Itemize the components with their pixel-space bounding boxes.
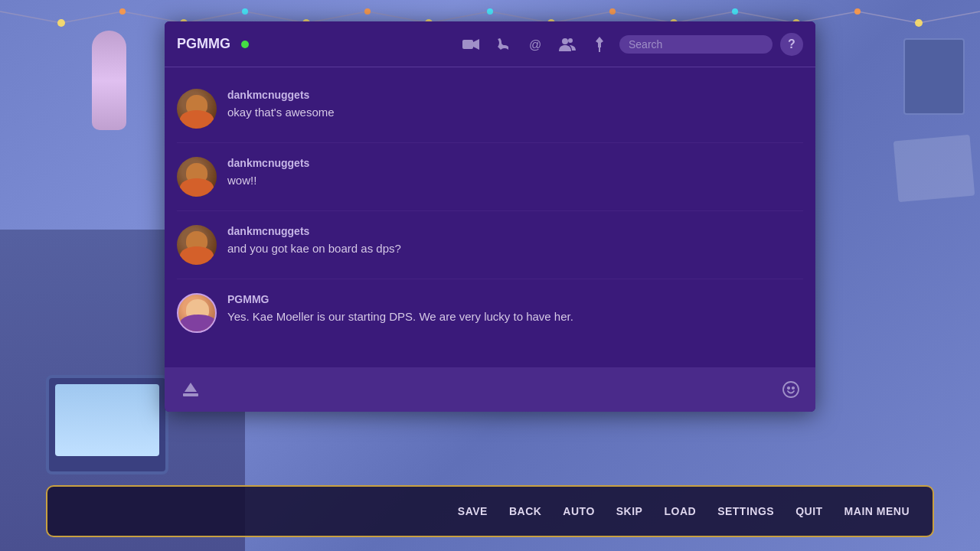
svg-point-21 <box>783 382 799 397</box>
search-input[interactable] <box>629 38 763 51</box>
pin-button[interactable] <box>587 32 612 57</box>
message-text: and you got kae on board as dps? <box>227 240 803 256</box>
svg-point-14 <box>915 19 923 27</box>
bg-poster <box>903 38 965 115</box>
bg-monitor-screen <box>55 384 159 456</box>
avatar <box>177 225 217 265</box>
save-button[interactable]: SAVE <box>458 505 488 517</box>
emoji-button[interactable] <box>779 377 803 402</box>
bottom-toolbar: SAVE BACK AUTO SKIP LOAD SETTINGS QUIT M… <box>46 485 934 537</box>
channel-name: PGMMG <box>177 36 230 52</box>
chat-header: PGMMG @ <box>165 21 815 67</box>
auto-button[interactable]: AUTO <box>563 505 594 517</box>
message-content: dankmcnuggets okay that's awesome <box>227 89 803 120</box>
upload-arrow-icon <box>185 383 197 392</box>
voice-call-button[interactable] <box>491 32 515 57</box>
upload-base-icon <box>183 393 198 396</box>
bg-lava-lamp <box>92 31 126 130</box>
settings-button[interactable]: SETTINGS <box>717 505 774 517</box>
members-button[interactable] <box>555 32 580 57</box>
messages-area[interactable]: dankmcnuggets okay that's awesome dankmc… <box>165 67 815 367</box>
bg-notes <box>893 135 975 202</box>
input-area <box>165 367 815 412</box>
avatar <box>177 293 217 333</box>
main-menu-button[interactable]: MAIN MENU <box>844 505 910 517</box>
svg-point-18 <box>562 38 568 44</box>
svg-rect-15 <box>462 40 473 49</box>
message-item: dankmcnuggets and you got kae on board a… <box>177 211 803 279</box>
svg-point-19 <box>568 38 573 43</box>
svg-point-11 <box>732 8 738 15</box>
message-input[interactable] <box>214 383 769 396</box>
help-button[interactable]: ? <box>780 33 803 56</box>
avatar <box>177 89 217 129</box>
svg-point-1 <box>119 8 126 15</box>
svg-point-7 <box>487 8 493 15</box>
online-indicator <box>241 41 249 48</box>
svg-point-13 <box>854 8 861 15</box>
svg-point-5 <box>364 8 371 15</box>
svg-marker-16 <box>473 39 479 50</box>
message-item: dankmcnuggets wow!! <box>177 143 803 211</box>
message-author: dankmcnuggets <box>227 157 803 169</box>
svg-point-22 <box>788 387 789 389</box>
message-text: Yes. Kae Moeller is our starting DPS. We… <box>227 308 803 324</box>
svg-text:@: @ <box>529 38 541 51</box>
message-text: okay that's awesome <box>227 104 803 120</box>
avatar <box>177 157 217 197</box>
bg-monitor <box>46 375 168 474</box>
back-button[interactable]: BACK <box>509 505 541 517</box>
message-content: dankmcnuggets wow!! <box>227 157 803 188</box>
load-button[interactable]: LOAD <box>664 505 696 517</box>
video-call-button[interactable] <box>459 32 483 57</box>
message-author: dankmcnuggets <box>227 89 803 101</box>
message-content: PGMMG Yes. Kae Moeller is our starting D… <box>227 293 803 324</box>
chat-window: PGMMG @ <box>165 21 815 412</box>
message-text: wow!! <box>227 172 803 188</box>
mention-button[interactable]: @ <box>523 32 547 57</box>
svg-point-3 <box>242 8 248 15</box>
skip-button[interactable]: SKIP <box>616 505 643 517</box>
svg-point-9 <box>609 8 616 15</box>
message-author: PGMMG <box>227 293 803 305</box>
upload-button[interactable] <box>177 376 204 403</box>
search-box[interactable] <box>619 35 773 54</box>
svg-point-0 <box>57 19 65 27</box>
svg-point-23 <box>792 387 794 389</box>
message-author: dankmcnuggets <box>227 225 803 237</box>
message-item: dankmcnuggets okay that's awesome <box>177 75 803 143</box>
quit-button[interactable]: QUIT <box>795 505 822 517</box>
message-content: dankmcnuggets and you got kae on board a… <box>227 225 803 256</box>
message-item: PGMMG Yes. Kae Moeller is our starting D… <box>177 279 803 347</box>
